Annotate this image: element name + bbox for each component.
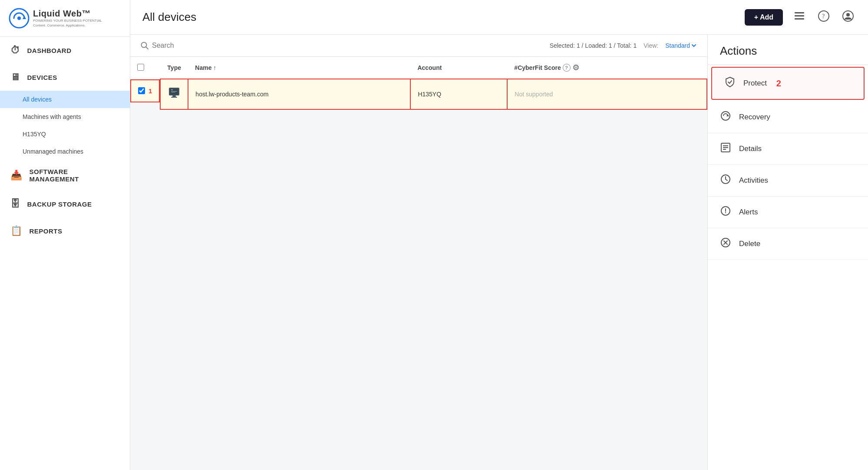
account-icon[interactable] — [840, 8, 856, 26]
list-view-icon[interactable] — [792, 8, 807, 26]
activities-icon — [720, 174, 731, 187]
panel-item-activities[interactable]: Activities — [708, 165, 868, 197]
row-checkbox-cell: 1 — [130, 79, 160, 102]
svg-rect-16 — [171, 92, 175, 92]
sidebar: Liquid Web™ POWERING YOUR BUSINESS POTEN… — [0, 0, 130, 470]
view-label: View: — [644, 42, 658, 49]
svg-rect-18 — [171, 97, 177, 98]
page-title: All devices — [142, 10, 196, 24]
filter-bar: Selected: 1 / Loaded: 1 / Total: 1 View:… — [130, 35, 707, 57]
sidebar-item-reports[interactable]: 📋 REPORTS — [0, 217, 130, 244]
search-icon — [141, 42, 149, 49]
search-box — [141, 42, 239, 49]
logo-area: Liquid Web™ POWERING YOUR BUSINESS POTEN… — [0, 0, 130, 37]
panel-item-protect[interactable]: Protect 2 — [711, 67, 865, 100]
col-name[interactable]: Name ↑ — [188, 57, 410, 79]
table-row[interactable]: 1 — [130, 79, 707, 109]
device-type-icon — [168, 91, 181, 102]
row-cyberfit-cell: Not supported — [507, 79, 707, 109]
logo-subtitle: POWERING YOUR BUSINESS POTENTIAL Content… — [33, 19, 102, 28]
filter-info: Selected: 1 / Loaded: 1 / Total: 1 View:… — [550, 42, 697, 49]
svg-rect-5 — [795, 18, 804, 20]
col-account: Account — [410, 57, 507, 79]
panel-item-alerts[interactable]: Alerts — [708, 197, 868, 228]
recovery-icon — [720, 110, 731, 124]
cyberfit-info-icon[interactable]: ? — [563, 64, 571, 72]
delete-label: Delete — [739, 240, 760, 248]
protect-icon — [724, 76, 736, 90]
content-area: Selected: 1 / Loaded: 1 / Total: 1 View:… — [130, 35, 868, 470]
main-area: All devices + Add ? — [130, 0, 868, 470]
svg-line-27 — [726, 179, 727, 181]
svg-rect-14 — [171, 89, 173, 90]
sidebar-item-h135yq[interactable]: H135YQ — [0, 125, 130, 143]
right-panel: Actions Protect 2 — [707, 35, 868, 470]
svg-text:?: ? — [822, 13, 825, 20]
selected-info: Selected: 1 / Loaded: 1 / Total: 1 — [550, 42, 637, 49]
search-input[interactable] — [152, 42, 239, 49]
topbar: All devices + Add ? — [130, 0, 868, 35]
row-name-cell: host.lw-products-team.com — [188, 79, 410, 109]
logo-icon — [9, 8, 30, 29]
sidebar-item-dashboard[interactable]: ⏱ DASHBOARD — [0, 37, 130, 64]
add-button[interactable]: + Add — [745, 9, 783, 26]
row-account-cell: H135YQ — [410, 79, 507, 109]
view-select[interactable]: Standard — [665, 42, 697, 49]
col-checkbox — [130, 57, 160, 79]
col-type: Type — [160, 57, 188, 79]
svg-rect-15 — [171, 91, 177, 92]
device-table: Type Name ↑ Account #CyberFit Score ? — [130, 57, 707, 110]
sidebar-item-backup[interactable]: 🗄 BACKUP STORAGE — [0, 191, 130, 217]
dashboard-icon: ⏱ — [10, 45, 20, 56]
details-label: Details — [739, 145, 762, 153]
logo-title: Liquid Web™ — [33, 9, 102, 19]
chevron-down-icon — [691, 43, 697, 49]
col-cyberfit: #CyberFit Score ? ⚙ — [507, 57, 707, 79]
device-list: Selected: 1 / Loaded: 1 / Total: 1 View:… — [130, 35, 707, 470]
panel-item-recovery[interactable]: Recovery — [708, 102, 868, 133]
row-type-cell — [160, 79, 188, 109]
reports-icon: 📋 — [10, 225, 23, 237]
svg-point-2 — [17, 16, 21, 20]
activities-label: Activities — [739, 176, 768, 185]
cyberfit-settings-icon[interactable]: ⚙ — [572, 63, 579, 72]
row-checkbox[interactable] — [138, 87, 145, 94]
table-header-row: Type Name ↑ Account #CyberFit Score ? — [130, 57, 707, 79]
svg-rect-17 — [172, 95, 176, 97]
alerts-icon — [720, 205, 731, 219]
sidebar-item-all-devices[interactable]: All devices — [0, 91, 130, 108]
delete-icon — [720, 237, 731, 251]
help-icon[interactable]: ? — [816, 8, 832, 26]
recovery-label: Recovery — [739, 113, 770, 122]
row-number: 1 — [149, 87, 152, 95]
svg-rect-4 — [795, 15, 804, 16]
svg-point-9 — [846, 13, 850, 16]
details-icon — [720, 142, 731, 156]
devices-icon: 🖥 — [10, 72, 20, 83]
protect-badge: 2 — [776, 79, 781, 89]
svg-point-30 — [725, 212, 726, 213]
sidebar-item-devices[interactable]: 🖥 DEVICES — [0, 64, 130, 91]
sidebar-item-unmanaged[interactable]: Unmanaged machines — [0, 143, 130, 160]
svg-line-11 — [146, 47, 148, 49]
sidebar-item-machines-with-agents[interactable]: Machines with agents — [0, 108, 130, 125]
select-all-checkbox[interactable] — [137, 64, 144, 71]
panel-item-details[interactable]: Details — [708, 133, 868, 165]
svg-rect-3 — [795, 12, 804, 13]
sidebar-item-software[interactable]: 📥 SOFTWARE MANAGEMENT — [0, 160, 130, 191]
protect-label: Protect — [743, 79, 767, 88]
panel-item-delete[interactable]: Delete — [708, 228, 868, 260]
backup-icon: 🗄 — [10, 198, 20, 210]
alerts-label: Alerts — [739, 208, 758, 217]
panel-header: Actions — [708, 35, 868, 65]
software-icon: 📥 — [10, 170, 23, 181]
topbar-actions: + Add ? — [745, 8, 856, 26]
